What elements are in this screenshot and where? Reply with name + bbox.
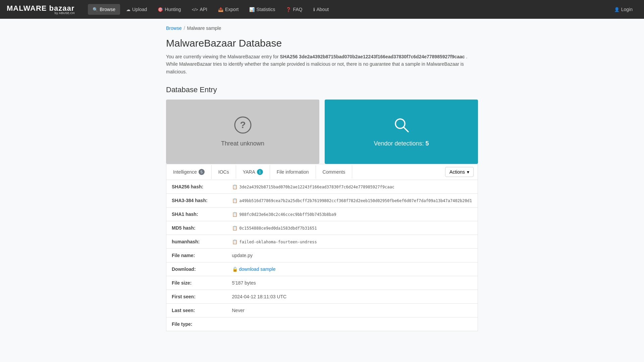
tab-comments[interactable]: Comments [316, 165, 353, 179]
hash-value: a49bb516d77869cea7b2a25dbcff2b76199802cc… [239, 198, 472, 203]
table-row: SHA3-384 hash:📋a49bb516d77869cea7b2a25db… [166, 194, 478, 207]
hunting-icon: 🎯 [158, 7, 163, 12]
section-title: Database Entry [166, 85, 478, 94]
login-icon: 👤 [614, 7, 620, 12]
table-row: Download:🔒download sample [166, 262, 478, 276]
table-row: File type: [166, 317, 478, 331]
hash-value: 0c1554888ce9ed0da1583dbdf7b31651 [239, 226, 317, 231]
actions-button[interactable]: Actions ▾ [445, 167, 474, 177]
row-value: 5'187 bytes [227, 276, 478, 290]
tab-intelligence[interactable]: Intelligence 5 [166, 165, 212, 179]
nav-faq[interactable]: ❓ FAQ [281, 4, 307, 15]
row-value: Never [227, 304, 478, 317]
row-value [227, 317, 478, 331]
vendor-label: Vendor detections: 5 [374, 140, 429, 147]
row-value: 📋0c1554888ce9ed0da1583dbdf7b31651 [227, 221, 478, 235]
breadcrumb-separator: / [184, 25, 185, 31]
hash-value: 988fc0d23e6e30c2c46ccec9bbff50b7453b8ba9 [239, 212, 336, 217]
svg-text:?: ? [240, 120, 246, 130]
row-label: File type: [166, 317, 227, 331]
tab-file-information[interactable]: File information [270, 165, 316, 179]
tab-actions-container: Actions ▾ [441, 164, 478, 180]
about-icon: ℹ [313, 7, 315, 12]
nav-export[interactable]: 📤 Export [213, 4, 243, 15]
table-row: humanhash:📋failed-oklahoma-fourteen-undr… [166, 235, 478, 249]
row-label: SHA3-384 hash: [166, 194, 227, 207]
copy-icon[interactable]: 📋 [232, 239, 237, 244]
api-icon: </> [192, 7, 198, 12]
table-row: SHA1 hash:📋988fc0d23e6e30c2c46ccec9bbff5… [166, 207, 478, 221]
threat-card: ? Threat unknown [166, 100, 319, 164]
table-row: First seen:2024-04-12 18:11:03 UTC [166, 290, 478, 304]
row-value: 📋3de2a4392b8715bad070b2ae12243f166ead378… [227, 180, 478, 194]
breadcrumb-browse[interactable]: Browse [166, 25, 182, 31]
nav-upload[interactable]: ☁ Upload [121, 4, 152, 15]
nav-statistics[interactable]: 📊 Statistics [245, 4, 280, 15]
threat-label: Threat unknown [221, 140, 264, 147]
table-row: Last seen:Never [166, 304, 478, 317]
table-row: MD5 hash:📋0c1554888ce9ed0da1583dbdf7b316… [166, 221, 478, 235]
row-label: SHA1 hash: [166, 207, 227, 221]
hash-value: 3de2a4392b8715bad070b2ae12243f166ead3783… [239, 185, 394, 189]
copy-icon[interactable]: 📋 [232, 198, 237, 203]
row-label: humanhash: [166, 235, 227, 249]
cards-row: ? Threat unknown Vendor detections: 5 [166, 100, 478, 164]
statistics-icon: 📊 [249, 7, 255, 12]
dropdown-arrow-icon: ▾ [467, 169, 469, 175]
vendor-card: Vendor detections: 5 [325, 100, 478, 164]
row-label: File name: [166, 249, 227, 262]
brand-logo[interactable]: MALWARE bazaar by ABUSE.CH [7, 4, 74, 15]
file-info-table: SHA256 hash:📋3de2a4392b8715bad070b2ae122… [166, 180, 478, 331]
svg-line-3 [404, 127, 408, 132]
table-row: File size:5'187 bytes [166, 276, 478, 290]
row-value: 📋failed-oklahoma-fourteen-undress [227, 235, 478, 249]
row-label: Last seen: [166, 304, 227, 317]
upload-icon: ☁ [126, 7, 130, 12]
table-row: SHA256 hash:📋3de2a4392b8715bad070b2ae122… [166, 180, 478, 194]
nav-hunting[interactable]: 🎯 Hunting [153, 4, 185, 15]
row-value: 📋a49bb516d77869cea7b2a25dbcff2b76199802c… [227, 194, 478, 207]
breadcrumb-current: Malware sample [187, 25, 221, 31]
row-value: 📋988fc0d23e6e30c2c46ccec9bbff50b7453b8ba… [227, 207, 478, 221]
copy-icon[interactable]: 📋 [232, 184, 237, 189]
download-link[interactable]: download sample [239, 266, 276, 272]
row-label: Download: [166, 262, 227, 276]
question-mark-icon: ? [234, 116, 252, 137]
nav-browse[interactable]: 🔍 Browse [88, 4, 120, 15]
row-value: 2024-04-12 18:11:03 UTC [227, 290, 478, 304]
yara-badge: 1 [257, 169, 263, 175]
copy-icon[interactable]: 📋 [232, 226, 237, 231]
faq-icon: ❓ [286, 7, 291, 12]
page-description: You are currently viewing the MalwareBaz… [166, 53, 478, 75]
hash-value: failed-oklahoma-fourteen-undress [239, 240, 317, 244]
navbar: MALWARE bazaar by ABUSE.CH 🔍 Browse ☁ Up… [0, 0, 644, 19]
row-value[interactable]: 🔒download sample [227, 262, 478, 276]
row-label: First seen: [166, 290, 227, 304]
intelligence-badge: 5 [199, 169, 205, 175]
tabs-container: Intelligence 5 IOCs YARA 1 File informat… [166, 164, 478, 180]
page-title: MalwareBazaar Database [166, 38, 478, 49]
row-label: File size: [166, 276, 227, 290]
row-label: SHA256 hash: [166, 180, 227, 194]
export-icon: 📤 [218, 7, 223, 12]
copy-icon[interactable]: 📋 [232, 212, 237, 217]
row-label: MD5 hash: [166, 221, 227, 235]
nav-links: 🔍 Browse ☁ Upload 🎯 Hunting </> API 📤 Ex… [88, 4, 637, 15]
tab-iocs[interactable]: IOCs [212, 165, 236, 179]
download-icon: 🔒 [232, 266, 238, 272]
brand-name: MALWARE bazaar by ABUSE.CH [7, 4, 74, 15]
tab-yara[interactable]: YARA 1 [236, 165, 270, 179]
nav-login[interactable]: 👤 Login [609, 4, 637, 15]
breadcrumb: Browse / Malware sample [166, 25, 478, 31]
row-value: update.py [227, 249, 478, 262]
nav-api[interactable]: </> API [187, 4, 212, 15]
nav-about[interactable]: ℹ About [309, 4, 334, 15]
table-row: File name:update.py [166, 249, 478, 262]
browse-icon: 🔍 [93, 7, 98, 12]
vendor-search-icon [393, 116, 410, 137]
